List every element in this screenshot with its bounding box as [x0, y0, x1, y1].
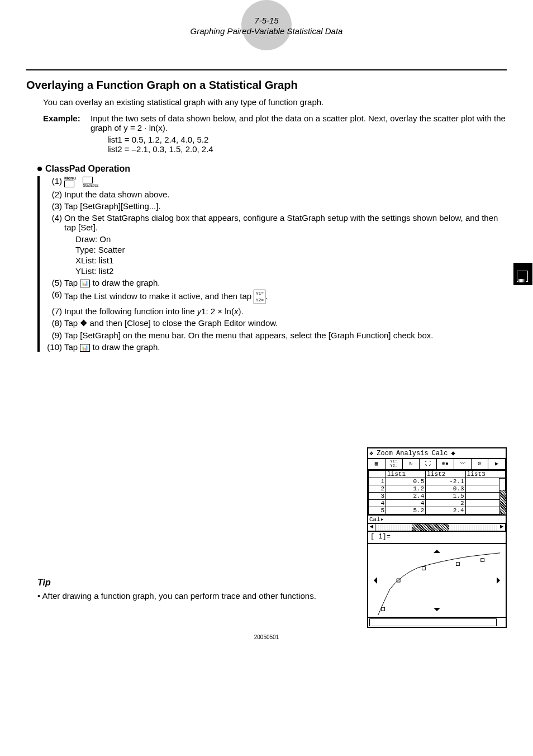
- list1-data: list1 = 0.5, 1.2, 2.4, 4.0, 5.2: [107, 135, 507, 144]
- tb-yequals-icon: Y1:Y2:: [386, 459, 403, 469]
- table-row: 442: [369, 500, 506, 507]
- setting-xlist: XList: list1: [75, 256, 507, 265]
- bullet-icon: [37, 167, 42, 171]
- step-8-num: (8): [43, 318, 64, 328]
- calc-menubar: ❖ Zoom Analysis Calc ◆: [367, 447, 507, 459]
- dropdown-icon: ❖: [80, 318, 87, 328]
- step-9-num: (9): [43, 330, 64, 340]
- step-6-num: (6): [43, 290, 64, 304]
- y-equals-icon: Y1=Y2=: [254, 290, 265, 304]
- statistics-icon: Statistics: [83, 177, 98, 187]
- step-4-body: On the Set StatGraphs dialog box that ap…: [64, 213, 507, 232]
- hscroll-right-icon: ►: [498, 524, 506, 531]
- table-row: 32.41.5: [369, 493, 506, 500]
- calc-menu-zoom: Zoom: [377, 450, 393, 457]
- step-2: (2) Input the data shown above.: [43, 190, 507, 199]
- hscroll-track: [375, 524, 498, 531]
- tb-settings-icon: ⚙: [472, 459, 489, 469]
- step-3: (3) Tap [SetGraph][Setting...].: [43, 201, 507, 211]
- calc-input-line: [ 1]=: [367, 532, 507, 544]
- calculator-screenshot: ❖ Zoom Analysis Calc ◆ ▦ Y1:Y2: ↻ ⛶ ⊞● 〰…: [367, 447, 507, 628]
- example-line1: Input the two sets of data shown below, …: [91, 114, 506, 133]
- tb-arrow-icon: ▶: [488, 459, 506, 469]
- table-row: 55.22.4: [369, 507, 506, 514]
- col-header-1: list1: [386, 471, 426, 478]
- tb-list-icon: ▦: [368, 459, 386, 469]
- calc-hscroll: ◄ ►: [367, 524, 507, 532]
- step-3-num: (3): [43, 201, 64, 211]
- graph-svg: [368, 544, 506, 617]
- table-row: 10.5-2.1: [369, 478, 506, 485]
- step-2-body: Input the data shown above.: [64, 190, 507, 199]
- calc-data-table: list1 list2 list3 10.5-2.1 21.20.3 32.41…: [368, 470, 506, 514]
- scatter-point: [456, 563, 459, 566]
- step-8: (8) Tap ❖ and then [Close] to close the …: [43, 318, 507, 328]
- row-header-blank: [369, 471, 386, 478]
- footer-code: 20050501: [26, 634, 507, 640]
- menu-icon: Menu: [64, 176, 76, 187]
- step-5-num: (5): [43, 278, 64, 287]
- calc-cal-row: Cal▸: [367, 516, 507, 524]
- col-header-3: list3: [465, 471, 505, 478]
- step-1-num: (1): [43, 176, 64, 187]
- step-2-num: (2): [43, 190, 64, 199]
- col-header-2: list2: [426, 471, 465, 478]
- calc-toolbar: ▦ Y1:Y2: ↻ ⛶ ⊞● 〰 ⚙ ▶: [367, 459, 507, 470]
- graph-icon: 📊: [80, 344, 90, 352]
- list2-data: list2 = –2.1, 0.3, 1.5, 2.0, 2.4: [107, 144, 507, 154]
- section-title: Overlaying a Function Graph on a Statist…: [26, 79, 507, 92]
- graph-pan-right-icon: [497, 577, 503, 584]
- intro-text: You can overlay an existing statistical …: [43, 97, 507, 107]
- table-row: 21.20.3: [369, 485, 506, 493]
- divider: [26, 69, 507, 70]
- step-9-body: Tap [SetGraph] on the menu bar. On the m…: [64, 330, 507, 340]
- calc-menu-analysis: Analysis: [396, 450, 429, 457]
- scatter-point: [382, 607, 385, 611]
- example-block: Example: Input the two sets of data show…: [43, 114, 507, 133]
- step-4: (4) On the Set StatGraphs dialog box tha…: [43, 213, 507, 232]
- step-7-num: (7): [43, 306, 64, 316]
- step-3-body: Tap [SetGraph][Setting...].: [64, 201, 507, 211]
- graph-pan-left-icon: [370, 577, 377, 584]
- hscroll-left-icon: ◄: [368, 524, 375, 531]
- calc-status-box: [369, 618, 497, 626]
- side-tab-icon: [513, 263, 532, 285]
- step-9: (9) Tap [SetGraph] on the menu bar. On t…: [43, 330, 507, 340]
- function-curve: [378, 553, 500, 615]
- tb-trace-icon: 〰: [454, 459, 472, 469]
- step-10-body: Tap 📊 to draw the graph.: [64, 342, 507, 352]
- step-10: (10) Tap 📊 to draw the graph.: [43, 342, 507, 352]
- calc-list-view: list1 list2 list3 10.5-2.1 21.20.3 32.41…: [367, 470, 507, 516]
- step-6-body: Tap the List window to make it active, a…: [64, 290, 507, 304]
- calc-menu-more-icon: ◆: [451, 449, 455, 457]
- tb-window-icon: ⛶: [420, 459, 437, 469]
- calc-menu-icon: ❖: [369, 449, 373, 457]
- tb-zoom-icon: ⊞●: [437, 459, 454, 469]
- graph-pan-up-icon: [434, 546, 440, 553]
- calc-vscroll-thumb: [499, 478, 506, 490]
- step-1-body: Menu Statistics: [64, 176, 507, 187]
- example-label: Example:: [43, 114, 91, 133]
- operation-heading: ClassPad Operation: [37, 164, 507, 174]
- step-1: (1) Menu Statistics: [43, 176, 507, 187]
- step-5: (5) Tap 📊 to draw the graph.: [43, 278, 507, 287]
- setting-ylist: YList: list2: [75, 266, 507, 276]
- graph-pan-down-icon: [434, 608, 440, 615]
- step-7: (7) Input the following function into li…: [43, 306, 507, 316]
- scatter-point: [481, 559, 484, 562]
- example-body: Input the two sets of data shown below, …: [91, 114, 507, 133]
- setting-draw: Draw: On: [75, 234, 507, 244]
- step-4-num: (4): [43, 213, 64, 232]
- setting-type: Type: Scatter: [75, 245, 507, 254]
- step-7-body: Input the following function into line y…: [64, 306, 507, 316]
- page-number-badge: [241, 0, 292, 50]
- calc-status-bar: [367, 618, 507, 628]
- step-8-body: Tap ❖ and then [Close] to close the Grap…: [64, 318, 507, 328]
- step-10-num: (10): [43, 342, 64, 352]
- step-4-settings: Draw: On Type: Scatter XList: list1 YLis…: [75, 234, 507, 276]
- graph-icon: 📊: [80, 280, 90, 287]
- page-header: 7-5-15 Graphing Paired-Variable Statisti…: [26, 11, 507, 36]
- page-number: 7-5-15: [26, 11, 507, 25]
- tb-refresh-icon: ↻: [403, 459, 420, 469]
- hscroll-thumb: [412, 524, 449, 531]
